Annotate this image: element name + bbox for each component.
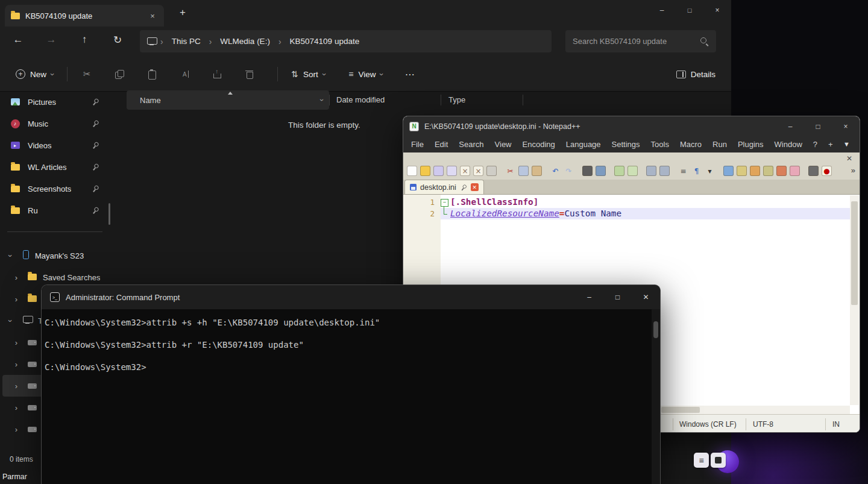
npp-menu-item[interactable]: Tools bbox=[646, 140, 675, 149]
close-all-icon[interactable]: × bbox=[473, 166, 483, 176]
refresh-button[interactable]: ↻ bbox=[110, 34, 125, 46]
tab-close-icon[interactable]: × bbox=[147, 10, 158, 21]
npp-menu-item[interactable]: View bbox=[489, 140, 517, 149]
rename-button[interactable] bbox=[172, 62, 197, 86]
sidebar-item-pictures[interactable]: Pictures bbox=[2, 91, 107, 113]
sidebar-scrollbar[interactable] bbox=[108, 203, 110, 225]
panel-close-icon[interactable]: ✕ bbox=[846, 154, 852, 163]
pin-icon[interactable] bbox=[459, 183, 468, 192]
close-doc-icon[interactable]: × bbox=[460, 166, 470, 176]
paste-button[interactable] bbox=[140, 62, 164, 86]
search-icon[interactable] bbox=[700, 37, 709, 46]
npp-menu-item[interactable]: Edit bbox=[429, 140, 453, 149]
chevron-right-icon[interactable]: › bbox=[12, 273, 20, 282]
sidebar-item-phone[interactable]: › Mayank's S23 bbox=[2, 245, 107, 266]
menu-pulldown-icon[interactable]: ▼ bbox=[843, 140, 850, 148]
details-button[interactable]: Details bbox=[670, 62, 722, 86]
sync-horizontal-icon[interactable] bbox=[659, 166, 670, 176]
view-button[interactable]: ≡ View › bbox=[342, 62, 389, 86]
copy-icon[interactable] bbox=[518, 166, 529, 176]
explorer-tab[interactable]: KB5074109 update × bbox=[5, 5, 164, 27]
chevron-down-icon[interactable]: › bbox=[6, 316, 15, 325]
code-line[interactable]: LocalizedResourceName=Custom Name bbox=[441, 208, 850, 219]
maximize-button[interactable]: □ bbox=[804, 116, 832, 136]
minimize-button[interactable]: – bbox=[648, 0, 676, 20]
breadcrumb-folder[interactable]: KB5074109 update bbox=[286, 35, 364, 48]
cut-icon[interactable]: ✂ bbox=[505, 166, 515, 176]
fold-margin-icon[interactable] bbox=[441, 208, 450, 219]
function-list-icon[interactable] bbox=[776, 166, 787, 176]
macro-record-icon[interactable]: ● bbox=[822, 166, 832, 176]
new-tab-button[interactable]: + bbox=[180, 7, 186, 19]
npp-menu-item[interactable]: Run bbox=[707, 140, 732, 149]
cut-button[interactable]: ✂ bbox=[75, 62, 99, 86]
chevron-right-icon[interactable]: › bbox=[12, 382, 20, 391]
new-file-icon[interactable] bbox=[407, 166, 417, 176]
chevron-right-icon[interactable]: › bbox=[159, 37, 165, 46]
indent-guide-icon[interactable] bbox=[737, 166, 747, 176]
chevron-right-icon[interactable]: › bbox=[277, 37, 283, 46]
cmd-output[interactable]: C:\Windows\System32>attrib +s +h "E:\KB5… bbox=[42, 309, 652, 484]
doc-map-icon[interactable] bbox=[750, 166, 760, 176]
column-header-date[interactable]: Date modified bbox=[336, 95, 385, 104]
minimize-button[interactable]: – bbox=[575, 285, 603, 309]
undo-icon[interactable]: ↶ bbox=[550, 166, 561, 176]
npp-tab-desktop-ini[interactable]: desktop.ini ✕ bbox=[404, 180, 484, 194]
editor-vertical-scrollbar[interactable] bbox=[850, 195, 859, 405]
save-all-icon[interactable] bbox=[447, 166, 457, 176]
zoom-in-icon[interactable] bbox=[614, 166, 624, 176]
copy-button[interactable] bbox=[107, 62, 131, 86]
dropdown-icon[interactable]: ▾ bbox=[705, 166, 715, 176]
chevron-right-icon[interactable]: › bbox=[12, 338, 20, 347]
monitor-panel-icon[interactable] bbox=[790, 166, 800, 176]
npp-menu-item[interactable]: Macro bbox=[675, 140, 707, 149]
npp-menu-item[interactable]: Language bbox=[561, 140, 606, 149]
forward-button[interactable]: → bbox=[44, 34, 58, 46]
scrollbar-thumb[interactable] bbox=[661, 407, 700, 413]
breadcrumb-drive[interactable]: WLMedia (E:) bbox=[216, 35, 274, 48]
scrollbar-thumb[interactable] bbox=[851, 201, 858, 305]
new-button[interactable]: + New › bbox=[10, 62, 60, 86]
sidebar-item-screenshots[interactable]: Screenshots bbox=[2, 178, 107, 200]
npp-menu-item[interactable]: Plugins bbox=[732, 140, 769, 149]
open-folder-icon[interactable] bbox=[420, 166, 430, 176]
cmd-scrollbar[interactable] bbox=[652, 309, 660, 484]
tray-lines-icon[interactable]: ≡ bbox=[694, 453, 709, 468]
npp-menu-item[interactable]: Settings bbox=[606, 140, 646, 149]
tab-close-icon[interactable]: ✕ bbox=[471, 183, 479, 191]
chevron-right-icon[interactable]: › bbox=[12, 403, 20, 412]
npp-menu-item[interactable]: ? bbox=[808, 140, 823, 149]
column-divider[interactable] bbox=[441, 95, 441, 105]
npp-menu-item[interactable]: + bbox=[823, 140, 838, 149]
notepadpp-titlebar[interactable]: N E:\KB5074109 update\desktop.ini - Note… bbox=[403, 116, 860, 136]
scrollbar-thumb[interactable] bbox=[653, 321, 658, 338]
close-button[interactable]: × bbox=[832, 116, 860, 136]
find-icon[interactable] bbox=[582, 166, 593, 176]
show-all-chars-icon[interactable]: ¶ bbox=[691, 166, 702, 176]
toolbar-overflow-icon[interactable]: » bbox=[851, 166, 855, 175]
column-header-name[interactable]: Name › bbox=[127, 90, 329, 110]
sidebar-item-music[interactable]: ♪ Music bbox=[2, 113, 107, 134]
save-icon[interactable] bbox=[433, 166, 444, 176]
npp-menu-item[interactable]: Window bbox=[769, 140, 808, 149]
chevron-down-icon[interactable]: › bbox=[318, 99, 326, 101]
sidebar-item-ru[interactable]: Ru bbox=[2, 200, 107, 221]
chevron-right-icon[interactable]: › bbox=[12, 425, 20, 434]
up-button[interactable]: ↑ bbox=[77, 34, 92, 46]
doc-list-icon[interactable] bbox=[763, 166, 773, 176]
replace-icon[interactable] bbox=[596, 166, 606, 176]
npp-menu-item[interactable]: Search bbox=[453, 140, 489, 149]
npp-menu-item[interactable]: File bbox=[406, 140, 429, 149]
word-wrap-icon[interactable] bbox=[723, 166, 734, 176]
share-button[interactable] bbox=[205, 62, 229, 86]
indent-lines-icon[interactable]: ≡ bbox=[678, 166, 688, 176]
tray-window-icon[interactable] bbox=[711, 453, 726, 468]
code-line[interactable]: [.ShellClassInfo] bbox=[441, 196, 850, 208]
sidebar-item-videos[interactable]: ▸ Videos bbox=[2, 134, 107, 156]
view-eye-icon[interactable] bbox=[808, 166, 819, 176]
search-input[interactable] bbox=[573, 37, 695, 46]
delete-button[interactable] bbox=[237, 62, 262, 86]
fold-margin-icon[interactable] bbox=[441, 196, 450, 208]
redo-icon[interactable]: ↷ bbox=[564, 166, 574, 176]
maximize-button[interactable]: □ bbox=[603, 285, 632, 309]
